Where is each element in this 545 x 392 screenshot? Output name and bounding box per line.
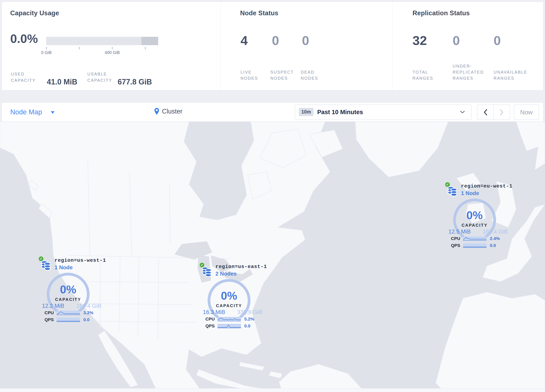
cpu-value: 2.4%	[490, 236, 500, 241]
qps-value: 0.0	[490, 243, 496, 248]
cpu-value: 5.2%	[244, 317, 254, 322]
total-capacity: 338.9 GiB	[237, 309, 262, 316]
region-marker-us-west-1[interactable]: ✓ region=us-west-1 1 Node 0% CAPACITY 12…	[37, 255, 102, 325]
caret-down-icon	[51, 111, 55, 114]
chevron-right-icon	[500, 109, 504, 116]
unavailable-ranges-label: UNAVAILABLE RANGES	[494, 69, 527, 81]
view-selector[interactable]: Node Map	[10, 108, 55, 116]
qps-label: QPS	[44, 317, 57, 322]
used-capacity: 16.3 MiB	[203, 309, 225, 316]
prev-time-button[interactable]	[477, 105, 494, 120]
used-capacity-value: 41.0 MiB	[47, 78, 77, 86]
chevron-down-icon	[460, 111, 465, 113]
total-capacity: 169.4 GiB	[483, 229, 508, 235]
capacity-gauge-percent: 0%	[452, 209, 498, 222]
cpu-sparkline	[463, 236, 487, 241]
world-map	[0, 122, 545, 388]
capacity-usage-title: Capacity Usage	[10, 9, 59, 17]
under-replicated-label: UNDER- REPLICATED RANGES	[453, 63, 484, 81]
map-toolbar: Node Map Cluster 10m Past 10 Minutes Now	[2, 102, 543, 122]
capacity-gauge-percent: 0%	[45, 283, 91, 296]
time-range-label: Past 10 Minutes	[317, 109, 363, 116]
qps-label: QPS	[451, 243, 463, 248]
region-marker-eu-west-1[interactable]: ✓ region=eu-west-1 1 Node 0% CAPACITY 12…	[443, 181, 508, 251]
region-name: region=us-east-1	[216, 264, 267, 269]
map-footer-strip	[0, 388, 545, 392]
capacity-bar-other-segment	[142, 37, 158, 45]
qps-value: 0.0	[244, 324, 250, 329]
time-range-badge: 10m	[299, 108, 313, 116]
axis-label-400gib: 400 GiB	[100, 50, 125, 55]
axis-label-0gib: 0 GiB	[34, 50, 59, 55]
capacity-gauge-percent: 0%	[206, 289, 252, 302]
cpu-sparkline	[217, 317, 241, 321]
region-marker-us-east-1[interactable]: ✓ region=us-east-1 2 Nodes 0% CAPACITY 1…	[198, 262, 263, 332]
region-node-count[interactable]: 1 Node	[55, 264, 73, 271]
qps-sparkline	[57, 317, 80, 322]
total-ranges-count: 32	[413, 33, 427, 48]
node-status-title: Node Status	[240, 9, 278, 17]
suspect-nodes-count: 0	[272, 33, 279, 48]
capacity-percent: 0.0%	[10, 31, 38, 46]
capacity-bar	[46, 37, 158, 45]
next-time-button[interactable]	[494, 105, 510, 120]
total-capacity: 169.4 GiB	[76, 303, 101, 309]
cpu-value: 3.2%	[83, 310, 93, 315]
now-button[interactable]: Now	[514, 105, 539, 120]
chevron-left-icon	[483, 109, 487, 116]
cpu-label: CPU	[451, 236, 463, 241]
database-stack-icon	[202, 266, 212, 278]
database-stack-icon	[447, 186, 458, 197]
used-capacity: 12.2 MiB	[42, 303, 64, 309]
used-capacity: 12.5 MiB	[448, 229, 471, 235]
usable-capacity-value: 677.8 GiB	[118, 78, 152, 86]
under-replicated-count: 0	[453, 33, 460, 48]
capacity-gauge-caption: CAPACITY	[45, 297, 91, 302]
region-name: region=eu-west-1	[461, 183, 512, 189]
cpu-label: CPU	[44, 310, 57, 315]
breadcrumb[interactable]: Cluster	[154, 108, 182, 115]
map-pin-icon	[154, 108, 160, 115]
unavailable-ranges-count: 0	[494, 33, 501, 48]
time-range-dropdown[interactable]: 10m Past 10 Minutes	[295, 105, 471, 120]
used-capacity-label: USED CAPACITY	[11, 71, 36, 83]
qps-sparkline	[463, 243, 487, 248]
panel-divider	[392, 2, 393, 90]
dead-nodes-count: 0	[302, 33, 309, 48]
usable-capacity-label: USABLE CAPACITY	[87, 71, 112, 83]
database-stack-icon	[41, 260, 51, 271]
time-pager	[477, 105, 510, 120]
capacity-bar-axis: 0 GiB 400 GiB	[46, 46, 158, 56]
qps-sparkline	[217, 324, 241, 328]
qps-label: QPS	[205, 324, 217, 329]
live-nodes-count: 4	[241, 33, 248, 48]
region-node-count[interactable]: 2 Nodes	[216, 271, 236, 277]
total-ranges-label: TOTAL RANGES	[413, 69, 433, 81]
dead-nodes-label: DEAD NODES	[301, 69, 318, 81]
breadcrumb-label: Cluster	[162, 108, 182, 115]
qps-value: 0.0	[83, 317, 89, 322]
capacity-gauge-caption: CAPACITY	[206, 303, 252, 308]
cpu-label: CPU	[205, 317, 217, 322]
region-node-count[interactable]: 1 Node	[461, 190, 479, 197]
region-name: region=us-west-1	[55, 258, 106, 263]
node-map	[0, 122, 545, 388]
view-selector-label: Node Map	[10, 108, 42, 116]
cpu-sparkline	[57, 311, 80, 315]
live-nodes-label: LIVE NODES	[241, 69, 258, 81]
replication-status-title: Replication Status	[413, 9, 470, 17]
cluster-summary-bar: Capacity Usage 0.0% 0 GiB 400 GiB USED C…	[2, 2, 543, 90]
suspect-nodes-label: SUSPECT NODES	[270, 69, 294, 81]
capacity-gauge-caption: CAPACITY	[452, 223, 498, 228]
